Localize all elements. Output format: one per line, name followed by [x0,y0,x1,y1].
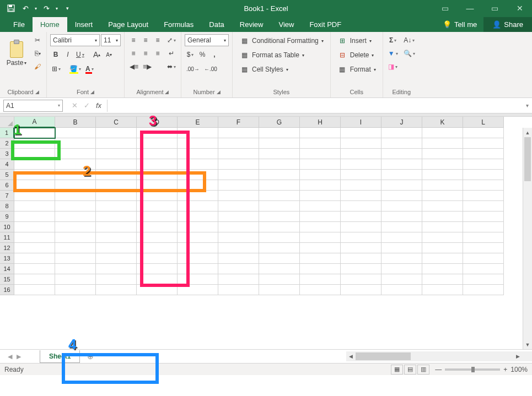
cell-G4[interactable] [259,159,300,170]
clipboard-launcher-icon[interactable]: ◢ [35,89,39,95]
cell-D14[interactable] [137,264,178,274]
cell-G14[interactable] [259,264,300,274]
cell-C8[interactable] [96,201,137,211]
column-header-E[interactable]: E [178,117,218,128]
sort-filter-button[interactable]: A↓ [402,34,417,46]
row-header-8[interactable]: 8 [0,201,14,211]
hscroll-thumb[interactable] [356,352,411,360]
new-sheet-button[interactable]: ⊕ [83,350,98,362]
cell-F15[interactable] [218,274,259,285]
cell-K3[interactable] [422,149,463,159]
undo-more-icon[interactable]: ▾ [33,3,39,14]
scroll-up-icon[interactable]: ▲ [523,128,532,137]
cell-J12[interactable] [381,243,422,253]
cell-I11[interactable] [341,232,381,243]
cell-H7[interactable] [300,191,341,201]
cell-A13[interactable] [14,253,55,264]
cell-G16[interactable] [259,285,300,295]
cell-H9[interactable] [300,211,341,222]
cell-K8[interactable] [422,201,463,211]
cell-L4[interactable] [463,159,504,170]
cell-E4[interactable] [178,159,218,170]
alignment-launcher-icon[interactable]: ◢ [165,89,169,95]
cut-button[interactable]: ✂ [32,34,43,46]
row-header-13[interactable]: 13 [0,253,14,264]
cell-E16[interactable] [178,285,218,295]
cell-L2[interactable] [463,138,504,149]
cell-I3[interactable] [341,149,381,159]
column-header-J[interactable]: J [381,117,422,128]
cell-L11[interactable] [463,232,504,243]
cell-H6[interactable] [300,180,341,191]
cell-I12[interactable] [341,243,381,253]
cell-F6[interactable] [218,180,259,191]
cell-C3[interactable] [96,149,137,159]
cell-H16[interactable] [300,285,341,295]
cell-C10[interactable] [96,222,137,232]
cell-B14[interactable] [55,264,96,274]
cell-D6[interactable] [137,180,178,191]
cell-E1[interactable] [178,128,218,138]
cell-K5[interactable] [422,170,463,180]
row-header-16[interactable]: 16 [0,285,14,295]
cell-H3[interactable] [300,149,341,159]
cell-H10[interactable] [300,222,341,232]
cell-H14[interactable] [300,264,341,274]
tab-review[interactable]: Review [232,17,271,32]
cell-L16[interactable] [463,285,504,295]
cell-F10[interactable] [218,222,259,232]
cell-E8[interactable] [178,201,218,211]
cell-B15[interactable] [55,274,96,285]
close-icon[interactable]: ✕ [507,0,532,17]
tab-file[interactable]: File [6,17,33,32]
cell-C12[interactable] [96,243,137,253]
cell-I4[interactable] [341,159,381,170]
minimize-icon[interactable]: — [458,0,482,17]
cell-F16[interactable] [218,285,259,295]
cell-C9[interactable] [96,211,137,222]
zoom-slider[interactable] [445,368,500,371]
number-launcher-icon[interactable]: ◢ [217,89,221,95]
zoom-level[interactable]: 100% [510,366,528,373]
row-header-7[interactable]: 7 [0,191,14,201]
cell-F4[interactable] [218,159,259,170]
column-header-K[interactable]: K [422,117,463,128]
cell-A11[interactable] [14,232,55,243]
cell-B10[interactable] [55,222,96,232]
cell-K16[interactable] [422,285,463,295]
cell-K10[interactable] [422,222,463,232]
cell-G15[interactable] [259,274,300,285]
cell-K14[interactable] [422,264,463,274]
sheet-nav-right-icon[interactable]: ▶ [17,353,21,360]
autosum-button[interactable]: Σ [386,34,400,46]
decrease-indent-button[interactable]: ◀≡ [128,61,140,73]
zoom-out-button[interactable]: — [435,366,442,373]
row-header-2[interactable]: 2 [0,138,14,149]
tab-home[interactable]: Home [33,17,67,32]
name-box[interactable]: A1▾ [3,100,63,112]
cell-I16[interactable] [341,285,381,295]
cell-I10[interactable] [341,222,381,232]
cell-D2[interactable] [137,138,178,149]
tab-foxit[interactable]: Foxit PDF [302,17,349,32]
column-header-L[interactable]: L [463,117,504,128]
cell-J8[interactable] [381,201,422,211]
row-header-6[interactable]: 6 [0,180,14,191]
column-header-G[interactable]: G [259,117,300,128]
cell-I9[interactable] [341,211,381,222]
maximize-icon[interactable]: ▭ [482,0,507,17]
cell-D16[interactable] [137,285,178,295]
cell-E7[interactable] [178,191,218,201]
column-header-I[interactable]: I [341,117,381,128]
decrease-decimal-button[interactable]: ←.00 [202,63,219,75]
cell-E3[interactable] [178,149,218,159]
cell-G8[interactable] [259,201,300,211]
cell-J7[interactable] [381,191,422,201]
cell-I7[interactable] [341,191,381,201]
cell-D15[interactable] [137,274,178,285]
cell-C5[interactable] [96,170,137,180]
cell-L10[interactable] [463,222,504,232]
vertical-scrollbar[interactable]: ▲ ▼ [523,128,532,349]
conditional-formatting-button[interactable]: ▦Conditional Formatting▾ [236,34,327,47]
tab-page-layout[interactable]: Page Layout [100,17,156,32]
